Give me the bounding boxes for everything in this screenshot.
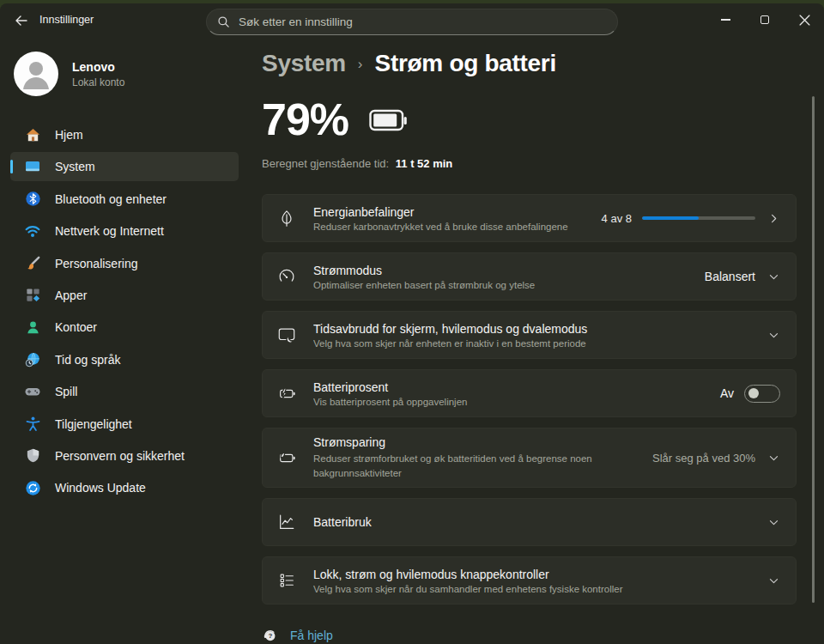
main-content: System › Strøm og batteri 79% Beregnet g… [249, 39, 797, 644]
card-stromsparing[interactable]: Strømsparing Reduser strømforbruket og ø… [262, 428, 797, 488]
svg-text:?: ? [268, 632, 272, 640]
leaf-icon [276, 209, 298, 228]
breadcrumb-separator: › [358, 56, 363, 73]
energy-progress-fill [642, 216, 699, 220]
network-icon [24, 222, 41, 240]
accessibility-icon [24, 416, 41, 433]
system-icon [24, 158, 41, 175]
search-box[interactable] [206, 9, 618, 35]
chevron-right-icon[interactable] [767, 212, 780, 225]
remaining-time: Beregnet gjenstående tid: 11 t 52 min [249, 157, 797, 173]
account-type: Lokal konto [72, 76, 124, 88]
card-batteriprosent[interactable]: Batteriprosent Vis batteriprosent på opp… [262, 369, 797, 417]
sidebar-item-windows-update[interactable]: Windows Update [10, 473, 239, 502]
battery-percent: 79% [262, 94, 348, 145]
search-icon [217, 15, 230, 28]
minimize-button[interactable] [706, 3, 745, 36]
close-button[interactable] [785, 3, 824, 36]
close-icon [799, 15, 810, 26]
person-icon [14, 52, 58, 96]
back-arrow-icon [15, 14, 28, 27]
time-language-icon [24, 351, 41, 368]
sidebar-item-tid-sprak[interactable]: Tid og språk [10, 345, 239, 374]
card-title: Batteriprosent [313, 380, 720, 394]
card-title: Batteribruk [313, 515, 755, 529]
remaining-time-value: 11 t 52 min [396, 157, 452, 170]
personalization-icon [24, 255, 41, 272]
chevron-down-icon[interactable] [767, 329, 780, 342]
controls-icon [276, 571, 298, 590]
home-icon [24, 126, 41, 143]
help-icon: ? [262, 627, 278, 643]
search-input[interactable] [239, 15, 607, 28]
breadcrumb: System › Strøm og batteri [249, 50, 797, 77]
card-energianbefalinger[interactable]: Energianbefalinger Reduser karbonavtrykk… [262, 194, 797, 242]
sidebar-item-hjem[interactable]: Hjem [10, 120, 239, 149]
gauge-icon [276, 267, 298, 286]
card-subtitle: Vis batteriprosent på oppgavelinjen [313, 397, 720, 407]
titlebar: Innstillinger [0, 3, 824, 39]
sidebar-item-bluetooth[interactable]: Bluetooth og enheter [10, 185, 239, 214]
card-strommodus[interactable]: Strømmodus Optimaliser enheten basert på… [262, 252, 797, 301]
maximize-button[interactable] [745, 3, 785, 36]
privacy-shield-icon [24, 447, 41, 465]
card-subtitle: Velg hva som skjer når enheten er inakti… [313, 338, 755, 349]
card-title: Strømmodus [313, 264, 705, 277]
sidebar-item-spill[interactable]: Spill [10, 377, 239, 406]
bluetooth-icon [24, 191, 41, 208]
get-help-link[interactable]: ? Få hjelp [249, 627, 797, 643]
card-title: Strømsparing [313, 435, 652, 449]
battery-saver-value: Slår seg på ved 30% [652, 452, 755, 465]
sidebar-item-nettverk[interactable]: Nettverk og Internett [10, 216, 239, 246]
battery-status: 79% [249, 94, 797, 144]
minimize-icon [721, 19, 730, 21]
remaining-time-label: Beregnet gjenstående tid: [262, 157, 389, 170]
card-title: Energianbefalinger [313, 205, 602, 219]
sidebar-item-personvern[interactable]: Personvern og sikkerhet [10, 441, 239, 471]
battery-percent-toggle[interactable] [744, 385, 780, 403]
sidebar-item-kontoer[interactable]: Kontoer [10, 313, 239, 342]
account-section[interactable]: Lenovo Lokal konto [14, 50, 249, 98]
sidebar: Lenovo Lokal konto Hjem System [0, 39, 249, 644]
energy-progress-bar [642, 216, 755, 220]
scrollbar-thumb[interactable] [812, 96, 815, 603]
sidebar-nav: Hjem System Bluetooth og enheter Nettver… [0, 120, 249, 502]
chevron-down-icon[interactable] [767, 452, 780, 465]
settings-window: Innstillinger [0, 3, 824, 644]
card-subtitle: Reduser karbonavtrykket ved å bruke diss… [313, 222, 602, 232]
sidebar-item-system[interactable]: System [10, 152, 239, 181]
battery-icon [369, 109, 408, 136]
gaming-icon [24, 383, 41, 400]
battery-bolt-icon [276, 384, 298, 403]
help-label: Få hjelp [290, 629, 333, 642]
chevron-down-icon[interactable] [767, 574, 780, 587]
toggle-state-label: Av [720, 386, 734, 400]
app-title: Innstillinger [39, 14, 94, 26]
chevron-down-icon[interactable] [767, 516, 780, 529]
sidebar-item-apper[interactable]: Apper [10, 281, 239, 310]
chart-icon [276, 513, 298, 532]
windows-update-icon [24, 479, 41, 496]
avatar [14, 52, 58, 96]
card-title: Tidsavbrudd for skjerm, hvilemodus og dv… [313, 322, 755, 336]
energy-progress-label: 4 av 8 [602, 212, 632, 225]
card-tidsavbrudd[interactable]: Tidsavbrudd for skjerm, hvilemodus og dv… [262, 311, 797, 359]
accounts-icon [24, 319, 41, 336]
card-batteribruk[interactable]: Batteribruk [262, 498, 797, 546]
page-title: Strøm og batteri [375, 50, 556, 77]
toggle-knob [748, 388, 759, 398]
sidebar-item-personalisering[interactable]: Personalisering [10, 249, 239, 278]
account-name: Lenovo [72, 60, 124, 74]
card-subtitle: Reduser strømforbruket og øk batteritide… [313, 452, 652, 480]
back-button[interactable] [9, 8, 34, 33]
chevron-down-icon[interactable] [767, 270, 780, 283]
card-subtitle: Optimaliser enheten basert på strømbruk … [313, 280, 705, 290]
window-controls [706, 3, 824, 36]
sidebar-item-tilgjengelighet[interactable]: Tilgjengelighet [10, 410, 239, 439]
card-subtitle: Velg hva som skjer når du samhandler med… [313, 584, 755, 594]
card-title: Lokk, strøm og hvilemodus knappekontroll… [313, 568, 755, 581]
breadcrumb-system[interactable]: System [262, 50, 346, 77]
maximize-icon [760, 15, 769, 24]
screen-moon-icon [276, 325, 298, 344]
card-knappekontroller[interactable]: Lokk, strøm og hvilemodus knappekontroll… [262, 556, 797, 605]
